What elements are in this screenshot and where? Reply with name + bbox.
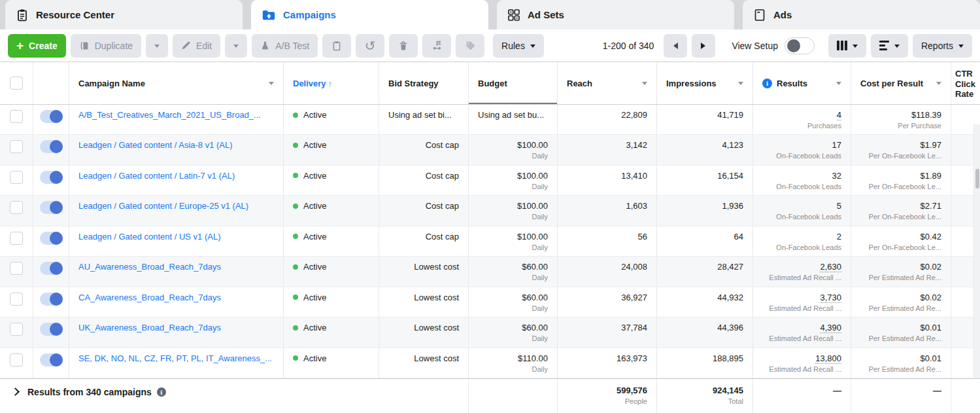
campaign-name-link[interactable]: UK_Awareness_Broad_Reach_7days [78,323,274,332]
vertical-scrollbar[interactable] [973,124,980,378]
next-page-button[interactable] [692,34,715,58]
reach-value: 163,973 [617,353,647,363]
campaign-active-toggle[interactable] [40,171,63,184]
table-header-row: Campaign Name Delivery ↑ Bid Strategy Bu… [0,62,980,105]
chevron-down-icon[interactable] [738,82,743,88]
chevron-down-icon[interactable] [642,82,647,88]
row-checkbox[interactable] [10,262,23,275]
duplicate-icon [79,41,90,51]
select-all-checkbox[interactable] [10,77,23,90]
budget-period: Daily [478,274,548,281]
status-label: Active [303,201,326,211]
chevron-down-icon [530,45,535,50]
footer-budget-cell [469,379,558,413]
cost-per-result-value: $0.02 [860,262,941,272]
rules-button[interactable]: Rules [493,34,544,58]
duplicate-button[interactable]: Duplicate [71,34,141,58]
table-row: UK_Awareness_Broad_Reach_7days Active Lo… [0,317,980,348]
tab-resource-center[interactable]: Resource Center [5,0,243,29]
tag-button[interactable] [456,34,484,58]
campaign-name-link[interactable]: AU_Awareness_Broad_Reach_7days [78,262,274,272]
cost-type-label: Per Estimated Ad Re... [860,334,941,342]
budget-value: $60.00 [478,262,548,272]
edit-dropdown-button[interactable] [225,34,247,58]
view-setup-toggle[interactable] [785,37,815,54]
campaign-active-toggle[interactable] [40,110,63,123]
paste-button[interactable] [322,34,351,58]
campaign-active-toggle[interactable] [40,201,63,214]
header-bid-strategy[interactable]: Bid Strategy [379,62,469,104]
reach-value: 36,927 [621,293,647,302]
chevron-down-icon[interactable] [269,82,274,88]
cost-per-result-value: $0.01 [860,323,941,332]
campaign-name-link[interactable]: Leadgen / Gated content / Europe-25 v1 (… [78,201,274,211]
campaign-active-toggle[interactable] [40,293,63,306]
campaign-name-link[interactable]: Leadgen / Gated content / US v1 (AL) [78,232,274,242]
flag-arrows-icon-button[interactable] [422,34,451,58]
cost-type-label: Per On-Facebook Le... [860,152,941,160]
campaign-name-link[interactable]: CA_Awareness_Broad_Reach_7days [78,293,274,302]
campaign-active-toggle[interactable] [40,262,63,275]
campaign-name-link[interactable]: Leadgen / Gated content / Latin-7 v1 (AL… [78,171,274,181]
ab-test-button[interactable]: A/B Test [252,34,318,58]
results-value: 32 [832,171,841,181]
row-checkbox[interactable] [10,171,23,184]
results-value: 3,730 [820,293,841,303]
chevron-right-icon[interactable] [11,387,20,396]
status-label: Active [303,323,326,332]
row-checkbox[interactable] [10,323,23,336]
delivery-status: Active [293,110,369,120]
chevron-down-icon[interactable] [936,82,941,88]
row-checkbox[interactable] [10,353,23,367]
table-row: Leadgen / Gated content / Latin-7 v1 (AL… [0,166,980,196]
table-footer-row: Results from 340 campaigns 599,576 Peopl… [0,378,980,413]
delivery-status: Active [293,262,369,272]
header-impressions[interactable]: Impressions [657,62,753,104]
reach-value: 37,784 [621,323,647,332]
edit-button[interactable]: Edit [173,34,220,58]
campaign-name-link[interactable]: Leadgen / Gated content / Asia-8 v1 (AL) [78,140,274,150]
header-campaign-name[interactable]: Campaign Name [69,62,284,104]
tab-campaigns[interactable]: Campaigns [251,0,488,29]
header-budget[interactable]: Budget [469,62,558,104]
header-results[interactable]: Results [753,62,851,104]
budget-period: Daily [478,183,548,190]
header-delivery[interactable]: Delivery ↑ [284,62,379,104]
row-checkbox[interactable] [10,140,23,153]
info-icon[interactable] [762,79,772,88]
row-checkbox[interactable] [10,110,23,123]
bid-strategy-value: Cost cap [388,171,459,181]
tab-ads[interactable]: Ads [743,0,980,29]
scrollbar-thumb[interactable] [975,169,979,189]
budget-value: $60.00 [478,293,548,302]
reports-button-label: Reports [921,41,953,51]
breakdown-button[interactable] [871,34,908,58]
reports-button[interactable]: Reports [913,34,972,58]
campaign-name-link[interactable]: A/B_Test_Creatives_March_2021_US_Broad_.… [78,110,274,120]
campaign-active-toggle[interactable] [40,323,63,336]
prev-page-button[interactable] [664,34,687,58]
undo-button[interactable] [356,34,384,58]
tab-ad-sets[interactable]: Ad Sets [497,0,734,29]
columns-button[interactable] [828,34,866,58]
header-ctr[interactable]: CTR Click Rate [951,62,980,104]
duplicate-dropdown-button[interactable] [146,34,168,58]
row-checkbox[interactable] [10,232,23,245]
header-cost-per-result[interactable]: Cost per Result [851,62,951,104]
tag-icon [465,40,476,51]
campaign-name-link[interactable]: SE, DK, NO, NL, CZ, FR, PT, PL, IT_Aware… [78,353,274,363]
create-button[interactable]: Create [8,34,66,58]
row-checkbox[interactable] [10,293,23,306]
info-icon[interactable] [157,387,166,397]
header-reach[interactable]: Reach [558,62,657,104]
campaign-active-toggle[interactable] [40,232,63,245]
campaign-active-toggle[interactable] [40,140,63,153]
delete-button[interactable] [389,34,418,58]
results-type-label: Estimated Ad Recall ... [762,274,841,281]
cost-type-label: Per Estimated Ad Re... [860,274,941,281]
cost-per-result-value: $0.42 [860,232,941,242]
row-checkbox[interactable] [10,201,23,214]
status-label: Active [303,293,326,302]
chevron-down-icon[interactable] [836,82,841,88]
campaign-active-toggle[interactable] [40,353,63,367]
